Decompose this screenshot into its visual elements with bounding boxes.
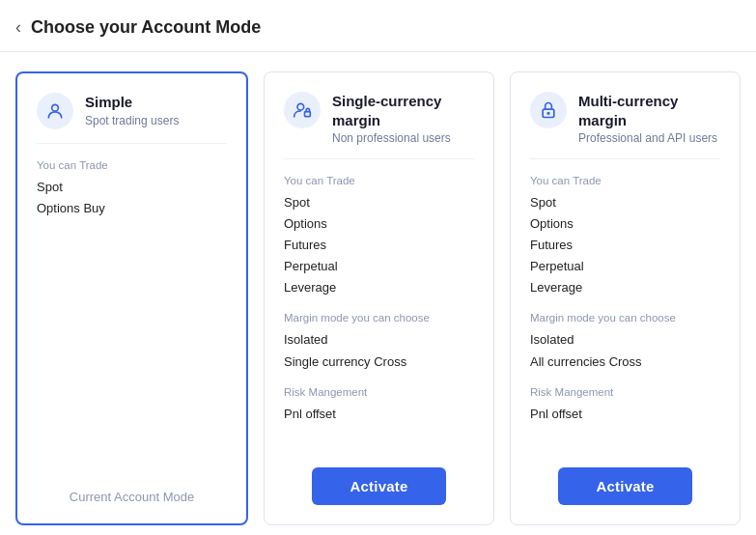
- section-item-simple-0-1: Options Buy: [37, 198, 227, 219]
- card-header-simple: SimpleSpot trading users: [37, 93, 227, 144]
- card-simple: SimpleSpot trading usersYou can TradeSpo…: [15, 71, 248, 525]
- page-header: ‹ Choose your Account Mode: [0, 0, 756, 52]
- section-label-multi-currency-0: You can Trade: [530, 175, 720, 186]
- section-label-single-currency-1: Margin mode you can choose: [284, 312, 474, 324]
- section-item-single-currency-1-1: Single currency Cross: [284, 352, 474, 373]
- section-label-single-currency-2: Risk Mangement: [284, 386, 474, 398]
- section-item-single-currency-0-3: Perpetual: [284, 256, 474, 277]
- back-button[interactable]: ‹: [15, 17, 21, 38]
- section-item-multi-currency-0-4: Leverage: [530, 277, 720, 298]
- card-content-multi-currency: You can TradeSpotOptionsFuturesPerpetual…: [530, 175, 720, 452]
- section-item-multi-currency-1-1: All currencies Cross: [530, 352, 720, 373]
- cards-container: SimpleSpot trading usersYou can TradeSpo…: [0, 52, 756, 535]
- card-single-currency: Single-currency marginNon professional u…: [264, 71, 494, 525]
- section-label-single-currency-0: You can Trade: [284, 175, 474, 186]
- section-label-simple-0: You can Trade: [37, 159, 227, 171]
- current-mode-label: Current Account Mode: [70, 490, 194, 504]
- card-content-simple: You can TradeSpotOptions Buy: [37, 159, 227, 474]
- svg-point-4: [547, 113, 549, 115]
- section-item-multi-currency-0-3: Perpetual: [530, 256, 720, 277]
- activate-button-single-currency[interactable]: Activate: [312, 467, 447, 505]
- page-title: Choose your Account Mode: [31, 17, 261, 38]
- section-item-single-currency-2-0: Pnl offset: [284, 404, 474, 425]
- lock-icon: [530, 92, 567, 128]
- section-item-multi-currency-0-0: Spot: [530, 192, 720, 213]
- section-item-multi-currency-2-0: Pnl offset: [530, 404, 720, 425]
- svg-point-0: [52, 104, 59, 111]
- card-subtitle-multi-currency: Professional and API users: [578, 131, 720, 145]
- card-subtitle-single-currency: Non professional users: [332, 131, 474, 145]
- section-item-single-currency-0-4: Leverage: [284, 277, 474, 298]
- section-item-single-currency-0-0: Spot: [284, 192, 474, 213]
- card-footer-multi-currency: Activate: [530, 452, 720, 505]
- card-title-multi-currency: Multi-currency margin: [578, 92, 720, 129]
- card-header-multi-currency: Multi-currency marginProfessional and AP…: [530, 92, 720, 159]
- card-multi-currency: Multi-currency marginProfessional and AP…: [510, 71, 741, 525]
- user-icon: [37, 93, 73, 129]
- card-content-single-currency: You can TradeSpotOptionsFuturesPerpetual…: [284, 175, 474, 452]
- section-label-multi-currency-2: Risk Mangement: [530, 386, 720, 398]
- card-footer-simple: Current Account Mode: [37, 474, 227, 504]
- section-item-multi-currency-0-1: Options: [530, 213, 720, 235]
- card-title-simple: Simple: [85, 93, 179, 112]
- section-item-simple-0-0: Spot: [37, 177, 227, 198]
- section-item-single-currency-0-2: Futures: [284, 235, 474, 256]
- section-item-single-currency-0-1: Options: [284, 213, 474, 235]
- section-item-multi-currency-0-2: Futures: [530, 235, 720, 256]
- user-lock-icon: [284, 92, 321, 128]
- section-label-multi-currency-1: Margin mode you can choose: [530, 312, 720, 324]
- section-item-single-currency-1-0: Isolated: [284, 329, 474, 351]
- section-item-multi-currency-1-0: Isolated: [530, 329, 720, 351]
- card-footer-single-currency: Activate: [284, 452, 474, 505]
- card-subtitle-simple: Spot trading users: [85, 114, 179, 127]
- card-title-single-currency: Single-currency margin: [332, 92, 474, 129]
- activate-button-multi-currency[interactable]: Activate: [558, 467, 693, 505]
- svg-point-1: [297, 103, 304, 110]
- card-header-single-currency: Single-currency marginNon professional u…: [284, 92, 474, 159]
